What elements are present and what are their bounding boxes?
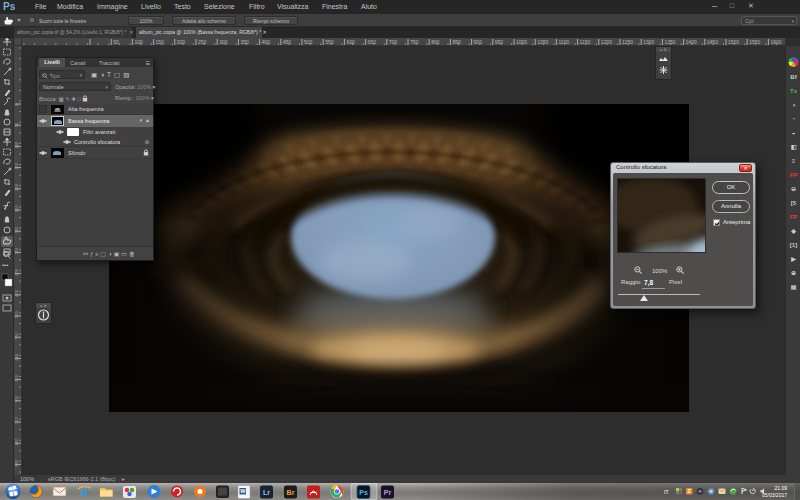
svg-text:1550: 1550: [749, 39, 760, 45]
svg-text:◑: ◑: [792, 102, 796, 108]
svg-text:1000: 1000: [516, 39, 527, 45]
svg-text:•••: •••: [2, 262, 8, 268]
svg-text:50: 50: [14, 122, 19, 127]
svg-text:550: 550: [325, 39, 334, 45]
svg-text:◔: ◔: [792, 116, 796, 122]
svg-text:300: 300: [14, 226, 19, 233]
svg-text:250: 250: [198, 39, 207, 45]
svg-text:800: 800: [14, 438, 19, 445]
svg-text:850: 850: [452, 39, 461, 45]
svg-text:950: 950: [495, 39, 504, 45]
svg-text:1450: 1450: [707, 39, 718, 45]
svg-text:1500: 1500: [728, 39, 739, 45]
svg-text:350: 350: [14, 247, 19, 254]
svg-text:150: 150: [14, 162, 19, 169]
svg-text:1200: 1200: [601, 39, 612, 45]
svg-text:200: 200: [177, 39, 186, 45]
svg-text:Tx: Tx: [790, 88, 798, 94]
svg-text:Ps: Ps: [359, 489, 368, 496]
svg-text:FP: FP: [790, 172, 798, 178]
svg-text:500: 500: [14, 311, 19, 318]
svg-text:600: 600: [346, 39, 355, 45]
svg-text:350: 350: [240, 39, 249, 45]
svg-text:700: 700: [14, 395, 19, 402]
svg-text:1600: 1600: [770, 39, 781, 45]
svg-text:100: 100: [14, 141, 19, 148]
svg-text:FP: FP: [790, 214, 798, 220]
svg-text:▤: ▤: [791, 284, 797, 290]
svg-text:650: 650: [14, 374, 19, 381]
svg-text:0: 0: [14, 103, 19, 106]
svg-text:≡: ≡: [792, 158, 796, 164]
svg-text:400: 400: [14, 268, 19, 275]
svg-text:W: W: [240, 488, 246, 494]
svg-text:650: 650: [368, 39, 377, 45]
svg-text:100: 100: [134, 39, 143, 45]
svg-text:T: T: [3, 203, 8, 212]
svg-text:Pr: Pr: [384, 489, 392, 496]
svg-text:500: 500: [304, 39, 313, 45]
svg-text:⊖: ⊖: [791, 186, 796, 192]
svg-text:1350: 1350: [664, 39, 675, 45]
svg-text:1150: 1150: [580, 39, 591, 45]
svg-text:◒: ◒: [792, 130, 796, 136]
svg-text:Bf: Bf: [790, 74, 797, 80]
svg-text:1300: 1300: [643, 39, 654, 45]
svg-text:750: 750: [410, 39, 419, 45]
svg-text:450: 450: [14, 289, 19, 296]
svg-text:600: 600: [14, 353, 19, 360]
svg-text:◈: ◈: [790, 228, 796, 234]
svg-text:850: 850: [14, 459, 19, 466]
svg-text:1100: 1100: [558, 39, 569, 45]
svg-text:750: 750: [14, 417, 19, 424]
svg-text:900: 900: [474, 39, 483, 45]
svg-text:[5: [5: [791, 200, 797, 206]
svg-text:800: 800: [431, 39, 440, 45]
svg-text:150: 150: [156, 39, 165, 45]
svg-text:50: 50: [113, 39, 119, 45]
svg-text:450: 450: [283, 39, 292, 45]
svg-text:⊕: ⊕: [791, 270, 796, 276]
svg-text:300: 300: [219, 39, 228, 45]
svg-text:Br: Br: [287, 489, 295, 496]
svg-text:[1]: [1]: [790, 242, 797, 248]
svg-text:550: 550: [14, 332, 19, 339]
svg-text:1050: 1050: [537, 39, 548, 45]
svg-text:400: 400: [262, 39, 271, 45]
svg-text:Lr: Lr: [263, 489, 270, 496]
svg-text:▶: ▶: [790, 256, 796, 262]
svg-text:700: 700: [389, 39, 398, 45]
svg-text:250: 250: [14, 205, 19, 212]
svg-text:1400: 1400: [686, 39, 697, 45]
svg-text:◧: ◧: [791, 144, 797, 150]
svg-text:200: 200: [14, 183, 19, 190]
svg-text:1250: 1250: [622, 39, 633, 45]
